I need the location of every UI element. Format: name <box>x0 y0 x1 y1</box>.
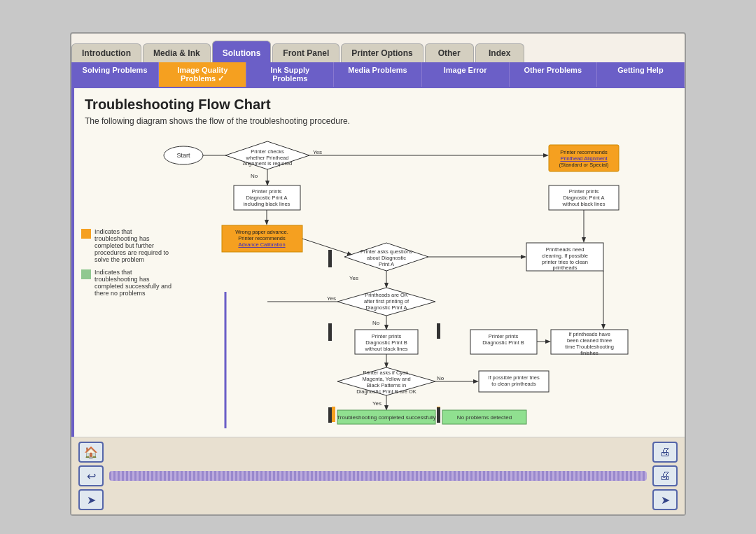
back-button[interactable]: ↩ <box>78 465 104 486</box>
svg-text:Printhead Alignment: Printhead Alignment <box>560 155 608 162</box>
svg-text:Printer prints: Printer prints <box>372 333 402 339</box>
subtab-getting-help[interactable]: Getting Help <box>597 62 685 87</box>
forward-button[interactable]: ➤ <box>78 489 104 510</box>
svg-text:Diagnostic Print A: Diagnostic Print A <box>246 195 287 201</box>
svg-text:If printheads have: If printheads have <box>568 331 610 337</box>
tab-front-panel[interactable]: Front Panel <box>272 43 340 62</box>
svg-text:Yes: Yes <box>313 149 322 155</box>
svg-text:without black lines: without black lines <box>562 201 606 207</box>
svg-text:Diagnostic Print B are OK: Diagnostic Print B are OK <box>356 388 416 395</box>
svg-text:No: No <box>251 173 258 179</box>
flowchart-area: Start Printer checks whether Printhead A… <box>85 134 674 428</box>
svg-text:to clean printheads: to clean printheads <box>491 381 536 387</box>
svg-text:Printer checks: Printer checks <box>251 148 284 155</box>
subtab-solving[interactable]: Solving Problems <box>71 62 159 87</box>
svg-text:No: No <box>372 320 380 326</box>
tab-printer-options[interactable]: Printer Options <box>341 43 423 62</box>
svg-text:Printheads need: Printheads need <box>546 246 584 253</box>
svg-text:Yes: Yes <box>327 295 336 302</box>
svg-text:Printheads are OK: Printheads are OK <box>365 292 408 298</box>
svg-rect-82 <box>332 407 335 422</box>
svg-text:Wrong paper advance.: Wrong paper advance. <box>235 229 288 235</box>
page-title: Troubleshooting Flow Chart <box>85 97 674 113</box>
svg-text:without black lines: without black lines <box>365 346 408 352</box>
svg-text:Printer recommends: Printer recommends <box>560 149 608 155</box>
svg-text:Magenta, Yellow and: Magenta, Yellow and <box>362 376 410 382</box>
svg-text:Alignment is required: Alignment is required <box>243 160 292 167</box>
svg-text:about Diagnostic: about Diagnostic <box>367 255 406 261</box>
svg-text:(Standard or Special): (Standard or Special) <box>559 162 609 168</box>
svg-text:printheads: printheads <box>552 265 577 271</box>
svg-text:Diagnostic Print B: Diagnostic Print B <box>482 339 524 346</box>
svg-text:Printer asks questions: Printer asks questions <box>360 248 412 255</box>
subtab-media[interactable]: Media Problems <box>334 62 421 87</box>
content-area: Troubleshooting Flow Chart The following… <box>71 88 685 437</box>
svg-text:If possible printer tries: If possible printer tries <box>488 374 540 381</box>
svg-text:Diagnostic Print A: Diagnostic Print A <box>365 304 407 311</box>
home-button[interactable]: 🏠 <box>78 442 104 463</box>
svg-text:Printer prints: Printer prints <box>252 188 282 195</box>
flowchart-svg: Start Printer checks whether Printhead A… <box>85 134 674 428</box>
svg-text:Printer recommends: Printer recommends <box>238 235 286 241</box>
print-button-2[interactable]: 🖨 <box>652 465 678 486</box>
svg-text:Diagnostic Print A: Diagnostic Print A <box>563 195 604 201</box>
svg-text:Print A: Print A <box>379 261 394 267</box>
sub-tabs: Solving Problems Image Quality Problems … <box>71 62 685 88</box>
tab-introduction[interactable]: Introduction <box>71 43 141 62</box>
top-tabs: Introduction Media & Ink Solutions Front… <box>71 41 685 62</box>
page-subtitle: The following diagram shows the flow of … <box>85 116 674 126</box>
svg-rect-86 <box>328 407 332 423</box>
svg-text:finishes: finishes <box>580 350 598 356</box>
svg-rect-87 <box>437 323 440 339</box>
svg-text:Printer prints: Printer prints <box>489 333 519 339</box>
bottom-bar: 🏠 ↩ ➤ 🖨 🖨 ➤ <box>71 437 685 514</box>
svg-text:Start: Start <box>176 152 190 159</box>
svg-text:Diagnostic Print B: Diagnostic Print B <box>365 339 407 346</box>
svg-text:time Troubleshooting: time Troubleshooting <box>565 344 614 350</box>
nav-buttons-right: 🖨 🖨 ➤ <box>652 442 678 510</box>
svg-rect-84 <box>328 250 332 267</box>
nav-buttons-left: 🏠 ↩ ➤ <box>78 442 104 510</box>
main-container: Introduction Media & Ink Solutions Front… <box>70 32 686 516</box>
subtab-other-problems[interactable]: Other Problems <box>510 62 597 87</box>
tab-index[interactable]: Index <box>475 43 524 62</box>
svg-text:Advance Calibration: Advance Calibration <box>238 241 285 248</box>
svg-text:No: No <box>437 375 444 381</box>
svg-text:been cleaned three: been cleaned three <box>567 337 612 344</box>
tab-media-ink[interactable]: Media & Ink <box>143 43 211 62</box>
svg-text:Yes: Yes <box>349 275 358 281</box>
svg-line-28 <box>302 239 351 255</box>
subtab-image-error[interactable]: Image Error <box>422 62 510 87</box>
svg-rect-88 <box>437 407 440 423</box>
subtab-ink-supply[interactable]: Ink Supply Problems <box>246 62 334 87</box>
subtab-image-quality[interactable]: Image Quality Problems ✓ <box>159 62 246 87</box>
print-button-1[interactable]: 🖨 <box>652 442 678 463</box>
bottom-scroll[interactable] <box>109 471 647 481</box>
tab-other[interactable]: Other <box>425 43 474 62</box>
svg-rect-85 <box>328 323 332 341</box>
svg-text:including black lines: including black lines <box>244 201 290 207</box>
svg-text:Printer asks if Cyan,: Printer asks if Cyan, <box>363 370 410 376</box>
svg-text:Yes: Yes <box>372 400 382 407</box>
svg-text:Printer prints: Printer prints <box>569 188 599 195</box>
svg-text:Black Patterns in: Black Patterns in <box>367 382 406 388</box>
svg-text:after first printing of: after first printing of <box>364 298 410 304</box>
svg-text:cleaning. If possible: cleaning. If possible <box>542 253 588 259</box>
tab-solutions[interactable]: Solutions <box>212 41 272 62</box>
svg-text:No problems detected: No problems detected <box>457 414 512 421</box>
svg-text:Troubleshooting completed succ: Troubleshooting completed successfully <box>337 414 436 421</box>
nav-right-3[interactable]: ➤ <box>652 489 678 510</box>
